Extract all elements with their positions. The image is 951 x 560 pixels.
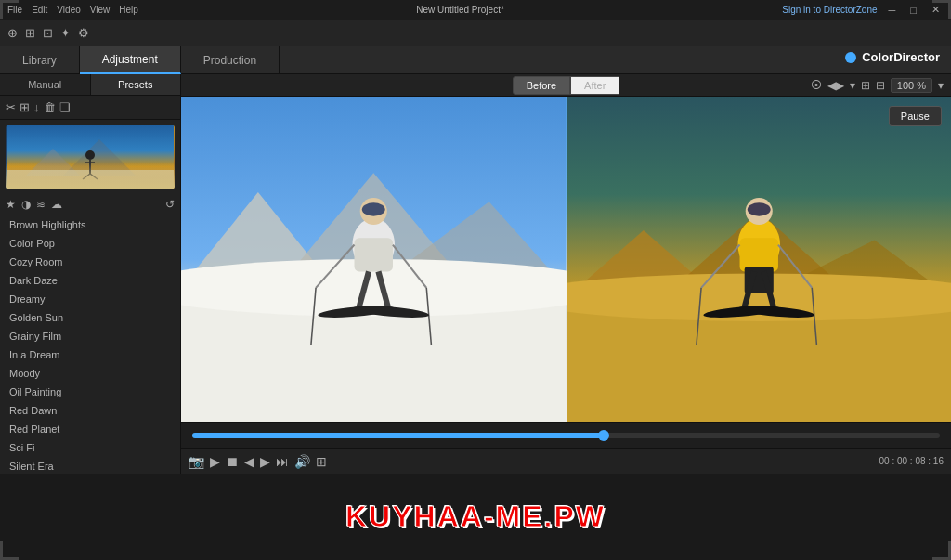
- playback-fast-forward-icon[interactable]: ⏭: [276, 454, 289, 469]
- playback-prev-frame-icon[interactable]: ◀: [244, 454, 254, 469]
- minimize-button[interactable]: ─: [885, 5, 900, 16]
- filter-icons: ★ ◑ ≋ ☁ ↺: [0, 194, 180, 215]
- main-area: Manual Presets ✂ ⊞ ↓ 🗑 ❏: [0, 74, 951, 474]
- corner-bracket-tr: [932, 0, 951, 19]
- menu-edit[interactable]: Edit: [32, 5, 47, 15]
- sidebar-tab-manual[interactable]: Manual: [0, 74, 91, 95]
- playback-screenshot-icon[interactable]: 📷: [189, 454, 204, 469]
- playback-stop-icon[interactable]: ⏹: [226, 454, 239, 469]
- tab-bar: Library Adjustment Production ColorDirec…: [0, 46, 951, 74]
- preset-item[interactable]: Golden Sun: [0, 308, 180, 327]
- panel-before: [181, 97, 567, 422]
- filter-cloud-icon[interactable]: ☁: [51, 198, 62, 211]
- corner-bracket-bl: [0, 541, 19, 560]
- before-after-bar: Before After ⦿ ◀▶ ▾ ⊞ ⊟ 100 % ▾: [181, 74, 951, 97]
- before-scene-bg: [181, 97, 567, 422]
- brand: ColorDirector: [845, 50, 940, 64]
- preset-item[interactable]: Silent Era: [0, 457, 180, 474]
- brand-dot: [845, 52, 856, 63]
- playback-play-icon[interactable]: ▶: [210, 454, 220, 469]
- toolbar-icon-2[interactable]: ⊞: [25, 26, 35, 40]
- preset-item[interactable]: Dark Daze: [0, 271, 180, 290]
- preset-item[interactable]: Cozy Room: [0, 253, 180, 271]
- toolbar-icon-1[interactable]: ⊕: [7, 26, 18, 40]
- tab-adjustment[interactable]: Adjustment: [80, 46, 181, 74]
- corner-bracket-br: [932, 541, 951, 560]
- watermark: KUYHAA-ME.PW: [345, 500, 606, 534]
- presets-toolbar: ✂ ⊞ ↓ 🗑 ❏: [0, 96, 180, 120]
- menu-help[interactable]: Help: [119, 5, 138, 15]
- menu-video[interactable]: Video: [57, 5, 80, 15]
- svg-rect-3: [7, 170, 174, 189]
- svg-line-7: [83, 174, 90, 179]
- progress-fill: [192, 433, 604, 438]
- progress-handle[interactable]: [598, 430, 609, 441]
- view-dots-icon[interactable]: ⦿: [811, 79, 822, 92]
- preset-item[interactable]: Brown Highlights: [0, 215, 180, 234]
- preset-item[interactable]: Red Dawn: [0, 401, 180, 420]
- preset-cut-icon[interactable]: ✂: [6, 100, 16, 114]
- panel-after: Pause: [567, 97, 952, 422]
- filter-wave-icon[interactable]: ≋: [36, 198, 46, 211]
- time-display: 00 : 00 : 08 : 16: [879, 456, 944, 466]
- view-chevron-icon[interactable]: ▾: [850, 79, 855, 92]
- sidebar-tab-presets[interactable]: Presets: [91, 74, 181, 95]
- after-button[interactable]: After: [570, 76, 619, 95]
- svg-point-4: [85, 150, 95, 160]
- playback-layout-icon[interactable]: ⊞: [316, 454, 327, 469]
- toolbar: ⊕ ⊞ ⊡ ✦ ⚙: [0, 20, 951, 46]
- view-grid2-icon[interactable]: ⊟: [876, 79, 885, 92]
- svg-line-8: [90, 174, 98, 179]
- zoom-chevron-icon[interactable]: ▾: [938, 79, 944, 92]
- preset-copy-icon[interactable]: ❏: [59, 100, 71, 114]
- brand-name: ColorDirector: [862, 50, 940, 64]
- filter-circle-icon[interactable]: ◑: [21, 198, 31, 211]
- svg-point-35: [747, 202, 770, 215]
- preset-item[interactable]: Dreamy: [0, 290, 180, 308]
- view-controls: ⦿ ◀▶ ▾ ⊞ ⊟ 100 % ▾: [811, 78, 944, 93]
- preset-list[interactable]: Brown HighlightsColor PopCozy RoomDark D…: [0, 215, 180, 474]
- toolbar-icon-5[interactable]: ⚙: [78, 26, 89, 40]
- preset-item[interactable]: In a Dream: [0, 345, 180, 364]
- sidebar: Manual Presets ✂ ⊞ ↓ 🗑 ❏: [0, 74, 181, 474]
- view-grid-icon[interactable]: ⊞: [861, 79, 870, 92]
- after-scene-bg: [567, 97, 952, 422]
- preset-item[interactable]: Red Planet: [0, 420, 180, 438]
- filter-star-icon[interactable]: ★: [6, 198, 16, 211]
- playback-volume-icon[interactable]: 🔊: [294, 454, 310, 469]
- tab-production[interactable]: Production: [181, 46, 280, 74]
- preset-item[interactable]: Oil Painting: [0, 383, 180, 401]
- preset-item[interactable]: Color Pop: [0, 234, 180, 253]
- titlebar-right: Sign in to DirectorZone ─ □ ✕: [782, 4, 944, 16]
- filter-refresh-icon[interactable]: ↺: [165, 198, 175, 211]
- preset-item[interactable]: Grainy Film: [0, 327, 180, 345]
- preset-item[interactable]: Moody: [0, 364, 180, 383]
- video-area: Before After ⦿ ◀▶ ▾ ⊞ ⊟ 100 % ▾: [181, 74, 951, 474]
- before-button[interactable]: Before: [513, 76, 570, 95]
- playback-controls: 📷 ▶ ⏹ ◀ ▶ ⏭ 🔊 ⊞ 00 : 00 : 08 : 16: [181, 448, 951, 474]
- playback-next-frame-icon[interactable]: ▶: [260, 454, 270, 469]
- sidebar-sub-tabs: Manual Presets: [0, 74, 180, 96]
- progress-bar[interactable]: [192, 433, 940, 438]
- zoom-level: 100 %: [891, 78, 932, 93]
- pause-button[interactable]: Pause: [889, 106, 942, 126]
- preset-down-icon[interactable]: ↓: [33, 100, 40, 114]
- sign-in-link[interactable]: Sign in to DirectorZone: [782, 5, 877, 15]
- svg-rect-36: [739, 238, 777, 271]
- view-arrow-icon[interactable]: ◀▶: [827, 79, 844, 92]
- tab-library[interactable]: Library: [0, 46, 80, 74]
- preset-thumbnail: [6, 125, 175, 189]
- video-panels: Pause: [181, 97, 951, 422]
- corner-bracket-tl: [0, 0, 19, 19]
- timeline[interactable]: [181, 422, 951, 448]
- toolbar-icon-3[interactable]: ⊡: [43, 26, 53, 40]
- preset-trash-icon[interactable]: 🗑: [44, 100, 56, 114]
- project-title: New Untitled Project*: [416, 5, 503, 15]
- preset-grid-icon[interactable]: ⊞: [20, 100, 30, 114]
- preset-item[interactable]: Sci Fi: [0, 438, 180, 457]
- maximize-button[interactable]: □: [906, 5, 920, 16]
- menu-bar: File Edit Video View Help: [7, 5, 138, 15]
- menu-view[interactable]: View: [90, 5, 111, 15]
- svg-point-17: [362, 202, 385, 215]
- toolbar-icon-4[interactable]: ✦: [60, 26, 71, 40]
